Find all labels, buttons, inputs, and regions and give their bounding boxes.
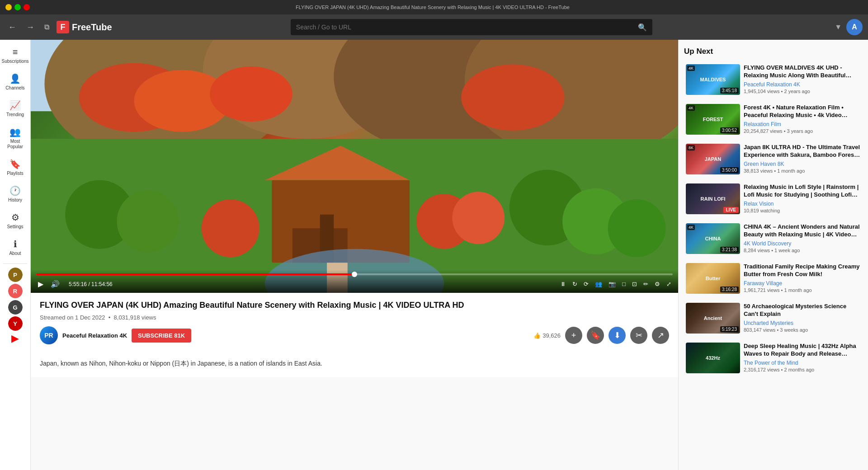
camera-off-button[interactable]: 📷 (607, 280, 617, 288)
duration-badge: 3:00:52 (720, 127, 739, 133)
sidebar-item-subscriptions[interactable]: ≡ Subscriptions (2, 43, 29, 68)
back-button[interactable]: ← (5, 21, 19, 34)
volume-button[interactable]: 🔊 (49, 279, 61, 289)
recommendation-meta: 20,254,827 views • 3 years ago (744, 128, 861, 134)
close-button[interactable]: × (24, 4, 30, 10)
sidebar-item-most-popular[interactable]: 👥 Most Popular (2, 123, 29, 153)
subscription-avatar-1[interactable]: P (8, 268, 23, 282)
recommendation-channel[interactable]: 4K World Discovery (744, 240, 861, 247)
channel-info: PR Peaceful Relaxation 4K SUBSCRIBE 81K (40, 326, 529, 344)
pause-button[interactable]: ⏸ (559, 280, 567, 288)
video-player[interactable] (31, 40, 678, 293)
recommendation-item[interactable]: MALDIVES 4K 3:45:18 FLYING OVER MALDIVES… (684, 62, 863, 97)
playlists-icon: 🔖 (9, 159, 21, 169)
about-icon: ℹ (14, 239, 17, 249)
recommendation-item[interactable]: Butter 3:16:28 Traditional Family Recipe… (684, 261, 863, 296)
quality-badge: 4K (687, 66, 695, 71)
sidebar-item-history[interactable]: 🕐 History (2, 182, 29, 207)
maximize-button[interactable]: □ (14, 4, 21, 10)
recommendation-channel[interactable]: Uncharted Mysteries (744, 320, 861, 326)
svg-point-7 (210, 66, 292, 122)
recommendation-meta: 10,819 watching (744, 208, 861, 213)
monitor-button[interactable]: □ (621, 280, 627, 288)
search-input[interactable] (296, 24, 638, 31)
sidebar-item-channels[interactable]: 👤 Channels (2, 70, 29, 94)
share-button[interactable]: ↗ (652, 327, 669, 344)
recommendation-item[interactable]: Ancient 5:19:23 50 Archaeological Myster… (684, 301, 863, 335)
sidebar-label-about: About (9, 251, 21, 256)
search-bar[interactable]: 🔍 (291, 19, 652, 35)
subscribe-button[interactable]: SUBSCRIBE 81K (132, 329, 191, 343)
youtube-icon[interactable]: ▶ (11, 333, 19, 344)
group-button[interactable]: 👥 (594, 280, 604, 288)
up-next-title: Up Next (684, 47, 863, 56)
recommendation-info: Japan 8K ULTRA HD - The Ultimate Travel … (744, 144, 861, 174)
progress-bar[interactable] (36, 273, 673, 275)
video-info: FLYING OVER JAPAN (4K UHD) Amazing Beaut… (31, 293, 678, 359)
thumbnail-placeholder: 432Hz (686, 343, 740, 373)
subscription-avatar-4[interactable]: Y (8, 316, 23, 331)
forward-button[interactable]: → (24, 21, 37, 34)
channel-avatar[interactable]: PR (40, 326, 58, 344)
filter-button[interactable]: ▼ (835, 23, 842, 31)
subscription-avatar-3[interactable]: G (8, 300, 23, 315)
recommendation-channel[interactable]: Relaxation Film (744, 121, 861, 127)
recommendation-item[interactable]: CHINA 4K 3:21:38 CHINA 4K – Ancient Wond… (684, 221, 863, 256)
video-description: Japan, known as Nihon, Nihon-koku or Nip… (31, 359, 678, 377)
settings-button[interactable]: ⚙ (653, 280, 661, 288)
recommendation-item[interactable]: FOREST 4K 3:00:52 Forest 4K • Nature Rel… (684, 102, 863, 136)
recommendation-title: Forest 4K • Nature Relaxation Film • Pea… (744, 104, 861, 119)
play-button[interactable]: ▶ (36, 279, 45, 289)
recommendation-item[interactable]: 432Hz Deep Sleep Healing Music | 432Hz A… (684, 341, 863, 375)
recommendation-channel[interactable]: Green Haven 8K (744, 161, 861, 167)
add-button[interactable]: + (565, 327, 582, 344)
quality-badge: 4K (687, 225, 695, 230)
recommendation-channel[interactable]: Relax Vision (744, 201, 861, 207)
up-next-sidebar: Up Next MALDIVES 4K 3:45:18 FLYING OVER … (678, 40, 868, 470)
sidebar-item-playlists[interactable]: 🔖 Playlists (2, 155, 29, 180)
recommendation-title: FLYING OVER MALDIVES 4K UHD - Relaxing M… (744, 64, 861, 80)
bookmark-button[interactable]: 🔖 (587, 327, 604, 344)
video-player-container: ▶ 🔊 5:55:16 / 11:54:56 ⏸ ↻ ⟳ 👥 📷 □ ⊡ (31, 40, 678, 293)
window-controls[interactable]: − □ × (5, 4, 30, 10)
recommendation-info: 50 Archaeological Mysteries Science Can'… (744, 303, 861, 334)
minimize-button[interactable]: − (5, 4, 12, 10)
download-button[interactable]: ⬇ (609, 327, 626, 344)
copy-button[interactable]: ⧉ (42, 21, 52, 33)
subscription-avatar-2[interactable]: R (8, 284, 23, 298)
recommendation-info: Relaxing Music in Lofi Style | Rainstorm… (744, 183, 861, 214)
controls-row: ▶ 🔊 5:55:16 / 11:54:56 ⏸ ↻ ⟳ 👥 📷 □ ⊡ (36, 279, 673, 289)
loop-button[interactable]: ↻ (571, 280, 579, 288)
recommendation-title: CHINA 4K – Ancient Wonders and Natural B… (744, 223, 861, 239)
svg-point-21 (452, 192, 505, 244)
recommendation-title: Japan 8K ULTRA HD - The Ultimate Travel … (744, 144, 861, 159)
recommendation-item[interactable]: RAIN LOFI LIVE Relaxing Music in Lofi St… (684, 182, 863, 216)
recommendation-item[interactable]: JAPAN 8K 3:50:00 Japan 8K ULTRA HD - The… (684, 142, 863, 176)
sidebar-item-about[interactable]: ℹ About (2, 235, 29, 260)
recommendation-channel[interactable]: Faraway Village (744, 280, 861, 287)
sidebar-item-settings[interactable]: ⚙ Settings (2, 208, 29, 233)
recommendation-channel[interactable]: Peaceful Relaxation 4K (744, 81, 861, 88)
recommendation-channel[interactable]: The Power of the Mind (744, 360, 861, 366)
like-count: 👍 39,626 (533, 332, 561, 339)
trending-icon: 📈 (9, 100, 21, 111)
clip-button[interactable]: ✂ (630, 327, 647, 344)
channel-name: Peaceful Relaxation 4K (62, 332, 127, 339)
sidebar-item-trending[interactable]: 📈 Trending (2, 96, 29, 121)
time-display: 5:55:16 / 11:54:56 (69, 281, 113, 287)
thumbnail: MALDIVES 4K 3:45:18 (686, 64, 740, 95)
pen-button[interactable]: ✏ (642, 280, 650, 288)
user-avatar-button[interactable]: A (846, 19, 863, 35)
fullscreen-button[interactable]: ⤢ (665, 280, 673, 288)
quality-badge: 8K (687, 145, 695, 150)
sidebar-label-most-popular: Most Popular (5, 139, 26, 150)
app-body: ≡ Subscriptions 👤 Channels 📈 Trending 👥 … (0, 40, 868, 470)
title-bar: − □ × FLYING OVER JAPAN (4K UHD) Amazing… (0, 0, 868, 14)
pip-button[interactable]: ⊡ (631, 280, 638, 288)
recommendation-meta: 803,147 views • 3 weeks ago (744, 327, 861, 333)
recommendation-info: CHINA 4K – Ancient Wonders and Natural B… (744, 223, 861, 254)
sidebar-label-history: History (8, 197, 22, 203)
duration-badge: 3:21:38 (720, 247, 739, 253)
search-button[interactable]: 🔍 (638, 23, 647, 32)
sync-button[interactable]: ⟳ (582, 280, 590, 288)
